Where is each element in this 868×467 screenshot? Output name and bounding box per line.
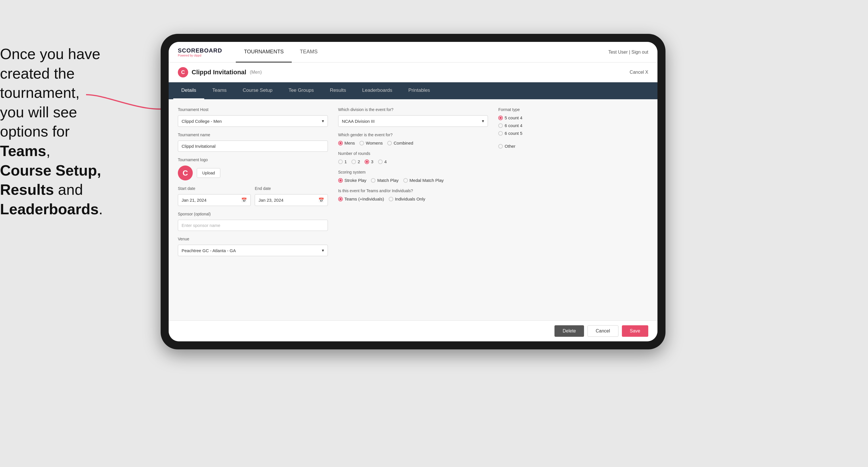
- teams-plus-individuals[interactable]: Teams (+Individuals): [338, 196, 384, 201]
- format-6count4-radio[interactable]: [498, 123, 503, 128]
- gender-combined-radio[interactable]: [387, 141, 392, 146]
- scoring-medal[interactable]: Medal Match Play: [403, 178, 444, 183]
- tab-results[interactable]: Results: [322, 82, 354, 99]
- format-6count5-radio[interactable]: [498, 131, 503, 136]
- form-col-3: Format type 5 count 4 6 count 4: [498, 107, 648, 256]
- division-label: Which division is the event for?: [338, 107, 488, 112]
- calendar-icon: 📅: [241, 197, 247, 203]
- division-dropdown-icon: ▾: [482, 119, 484, 124]
- format-other-radio[interactable]: [498, 144, 503, 149]
- scoring-stroke[interactable]: Stroke Play: [338, 178, 367, 183]
- gender-womens-radio[interactable]: [360, 141, 364, 146]
- start-date-label: Start date: [178, 186, 251, 191]
- save-button[interactable]: Save: [622, 325, 648, 337]
- tab-course-setup[interactable]: Course Setup: [235, 82, 281, 99]
- tournament-type: (Men): [250, 70, 262, 75]
- format-5count4-radio[interactable]: [498, 116, 503, 120]
- tab-tee-groups[interactable]: Tee Groups: [281, 82, 322, 99]
- bottom-bar: Delete Cancel Save: [169, 320, 657, 341]
- form-col-1: Tournament Host Clippd College - Men ▾ T…: [178, 107, 328, 256]
- end-date-label: End date: [255, 186, 328, 191]
- user-label[interactable]: Test User | Sign out: [609, 50, 648, 55]
- left-description: Once you have created the tournament, yo…: [0, 44, 121, 219]
- gender-group: Which gender is the event for? Mens Wome…: [338, 132, 488, 146]
- venue-dropdown-icon: ▾: [322, 248, 324, 253]
- rounds-radio-group: 1 2 3 4: [338, 159, 488, 164]
- tournament-host-select[interactable]: Clippd College - Men ▾: [178, 115, 328, 127]
- tab-details[interactable]: Details: [173, 82, 204, 99]
- teams-plus-radio[interactable]: [338, 197, 343, 201]
- sponsor-group: Sponsor (optional) Enter sponsor name: [178, 212, 328, 231]
- tournament-icon: C: [178, 67, 188, 77]
- format-6count4[interactable]: 6 count 4: [498, 123, 648, 128]
- gender-combined[interactable]: Combined: [387, 141, 413, 146]
- format-5count4[interactable]: 5 count 4: [498, 115, 648, 120]
- format-6count5[interactable]: 6 count 5: [498, 131, 648, 136]
- nav-tournaments[interactable]: TOURNAMENTS: [236, 42, 292, 63]
- nav-teams[interactable]: TEAMS: [292, 42, 326, 63]
- rounds-4[interactable]: 4: [378, 159, 387, 164]
- gender-label: Which gender is the event for?: [338, 132, 488, 137]
- tournament-header: C Clippd Invitational (Men) Cancel X: [169, 63, 657, 82]
- top-nav: SCOREBOARD Powered by clippd TOURNAMENTS…: [169, 42, 657, 63]
- format-other[interactable]: Other: [498, 144, 648, 149]
- form-col-2: Which division is the event for? NCAA Di…: [338, 107, 488, 256]
- teams-group: Is this event for Teams and/or Individua…: [338, 188, 488, 201]
- logo-text: SCOREBOARD: [178, 47, 222, 54]
- sponsor-input[interactable]: Enter sponsor name: [178, 220, 328, 231]
- tournament-name-label: Tournament name: [178, 132, 328, 137]
- tournament-logo-label: Tournament logo: [178, 157, 328, 162]
- individuals-only-radio[interactable]: [389, 197, 393, 201]
- gender-mens-radio[interactable]: [338, 141, 343, 146]
- logo-upload-area: C Upload: [178, 165, 328, 181]
- sponsor-label: Sponsor (optional): [178, 212, 328, 216]
- upload-button[interactable]: Upload: [197, 168, 220, 178]
- tournament-title-row: C Clippd Invitational (Men): [178, 67, 261, 77]
- rounds-label: Number of rounds: [338, 151, 488, 156]
- user-area: Test User | Sign out: [609, 50, 648, 55]
- rounds-1-radio[interactable]: [338, 159, 343, 164]
- cancel-button[interactable]: Cancel X: [630, 70, 648, 75]
- scoring-match-radio[interactable]: [371, 178, 375, 183]
- gender-mens[interactable]: Mens: [338, 141, 355, 146]
- tab-leaderboards[interactable]: Leaderboards: [354, 82, 400, 99]
- scoring-medal-radio[interactable]: [403, 178, 408, 183]
- delete-button[interactable]: Delete: [555, 325, 584, 337]
- tablet-screen: SCOREBOARD Powered by clippd TOURNAMENTS…: [169, 42, 657, 341]
- logo-area: SCOREBOARD Powered by clippd: [178, 47, 222, 57]
- rounds-group: Number of rounds 1 2: [338, 151, 488, 164]
- teams-radio-group: Teams (+Individuals) Individuals Only: [338, 196, 488, 201]
- tournament-host-label: Tournament Host: [178, 107, 328, 112]
- scoring-label: Scoring system: [338, 170, 488, 175]
- scoring-group: Scoring system Stroke Play Match Play: [338, 170, 488, 183]
- rounds-3[interactable]: 3: [365, 159, 373, 164]
- rounds-4-radio[interactable]: [378, 159, 383, 164]
- tournament-name-input[interactable]: Clippd Invitational: [178, 141, 328, 152]
- individuals-only[interactable]: Individuals Only: [389, 196, 425, 201]
- tab-printables[interactable]: Printables: [400, 82, 438, 99]
- tablet-frame: SCOREBOARD Powered by clippd TOURNAMENTS…: [161, 34, 665, 349]
- format-label: Format type: [498, 107, 648, 112]
- end-date-input[interactable]: Jan 23, 2024 📅: [255, 194, 328, 206]
- format-radio-group: 5 count 4 6 count 4 6 count 5: [498, 115, 648, 136]
- division-select[interactable]: NCAA Division III ▾: [338, 115, 488, 127]
- gender-radio-group: Mens Womens Combined: [338, 141, 488, 146]
- tournament-name-group: Tournament name Clippd Invitational: [178, 132, 328, 152]
- rounds-1[interactable]: 1: [338, 159, 347, 164]
- tab-teams[interactable]: Teams: [204, 82, 235, 99]
- scoring-stroke-radio[interactable]: [338, 178, 343, 183]
- cancel-form-button[interactable]: Cancel: [587, 325, 618, 337]
- scoring-radio-group: Stroke Play Match Play Medal Match Play: [338, 178, 488, 183]
- form-layout: Tournament Host Clippd College - Men ▾ T…: [178, 107, 648, 256]
- scoring-match[interactable]: Match Play: [371, 178, 398, 183]
- end-date-group: End date Jan 23, 2024 📅: [255, 186, 328, 206]
- nav-links: TOURNAMENTS TEAMS: [236, 42, 608, 63]
- tournament-logo-group: Tournament logo C Upload: [178, 157, 328, 181]
- rounds-2-radio[interactable]: [351, 159, 356, 164]
- division-group: Which division is the event for? NCAA Di…: [338, 107, 488, 127]
- rounds-2[interactable]: 2: [351, 159, 360, 164]
- gender-womens[interactable]: Womens: [360, 141, 383, 146]
- venue-select[interactable]: Peachtree GC - Atlanta - GA ▾: [178, 245, 328, 256]
- start-date-input[interactable]: Jan 21, 2024 📅: [178, 194, 251, 206]
- rounds-3-radio[interactable]: [365, 159, 369, 164]
